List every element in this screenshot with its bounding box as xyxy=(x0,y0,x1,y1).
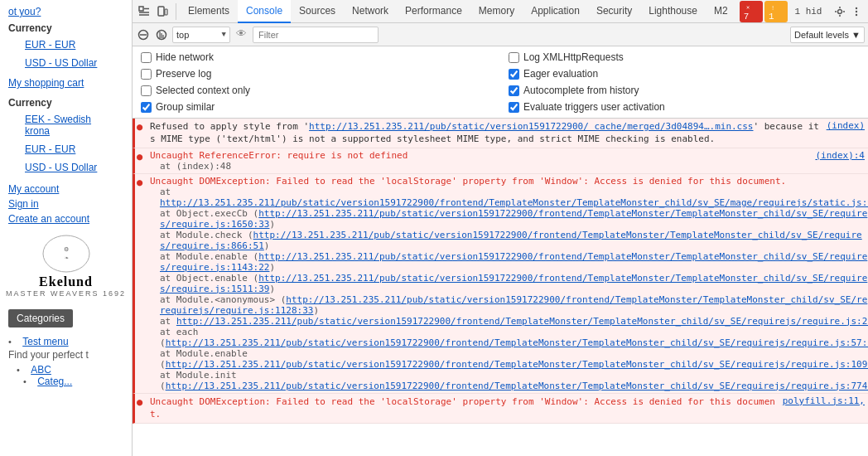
preserve-log-option[interactable]: Preserve log xyxy=(141,68,492,80)
stack-link-2[interactable]: http://13.251.235.211/pub/static/version… xyxy=(160,208,867,230)
create-account-link[interactable]: Create an account xyxy=(0,211,132,226)
svg-point-13 xyxy=(838,9,842,13)
levels-selector[interactable]: Default levels ▼ xyxy=(790,27,865,43)
log-xml-checkbox[interactable] xyxy=(509,52,519,63)
console-output: ● Refused to apply style from 'http://13… xyxy=(133,119,868,456)
entry-content-2: Uncaught ReferenceError: require is not … xyxy=(150,150,810,172)
stack-link-4[interactable]: http://13.251.235.211/pub/static/version… xyxy=(160,251,867,273)
eager-eval-option[interactable]: Eager evaluation xyxy=(509,68,860,80)
evaluate-triggers-option[interactable]: Evaluate triggers user activation xyxy=(509,101,860,113)
entry-stack-line-1: at http://13.251.235.211/pub/static/vers… xyxy=(150,187,868,208)
stack-link-6[interactable]: http://13.251.235.211/pub/static/version… xyxy=(160,294,867,316)
svg-rect-3 xyxy=(139,7,143,11)
tab-bar-icons xyxy=(136,3,176,20)
entry-stack-line-6: at Module.<anonymous> (http://13.251.235… xyxy=(150,294,868,316)
tab-sources[interactable]: Sources xyxy=(291,0,344,23)
console-entry-3: ● Uncaught DOMException: Failed to read … xyxy=(133,174,868,394)
stack-link-7[interactable]: http://13.251.235.211/pub/static/version… xyxy=(176,316,868,327)
context-value: top xyxy=(176,30,220,40)
filter-input[interactable] xyxy=(253,27,379,43)
clear-console-icon[interactable] xyxy=(136,27,151,42)
group-similar-option[interactable]: Group similar xyxy=(141,101,492,113)
eur-link3[interactable]: EUR - EUR xyxy=(17,142,123,157)
tab-network[interactable]: Network xyxy=(344,0,397,23)
log-xml-option[interactable]: Log XMLHttpRequests xyxy=(509,51,860,63)
filter-icon[interactable] xyxy=(154,27,169,42)
entry-text-1: Refused to apply style from 'http://13.2… xyxy=(150,120,822,146)
hide-network-label: Hide network xyxy=(156,51,214,63)
entry-stack-line-10: at Module.init (http://13.251.235.211/pu… xyxy=(150,370,868,391)
group-similar-checkbox[interactable] xyxy=(141,102,152,113)
entry-source-4[interactable]: polyfill.js:11, xyxy=(778,395,865,406)
entry-source-1[interactable]: (index) xyxy=(822,120,865,131)
more-tabs-icon[interactable] xyxy=(848,3,865,20)
error-icon-4: ● xyxy=(137,395,148,408)
console-settings: Hide network Preserve log Selected conte… xyxy=(133,46,868,119)
sign-in-link[interactable]: Sign in xyxy=(0,196,132,211)
stack-link-5[interactable]: http://13.251.235.211/pub/static/version… xyxy=(160,273,867,294)
tab-memory[interactable]: Memory xyxy=(470,0,523,23)
tab-security[interactable]: Security xyxy=(588,0,640,23)
tab-performance[interactable]: Performance xyxy=(397,0,470,23)
currency-heading-top: Currency xyxy=(0,19,132,36)
console-entry-1: ● Refused to apply style from 'http://13… xyxy=(133,119,868,148)
logo-text: Ekelund xyxy=(0,274,132,289)
eye-icon[interactable]: 👁 xyxy=(234,28,249,41)
warn-badge: !1 xyxy=(764,1,788,22)
entry-main-text-3: Uncaught DOMException: Failed to read th… xyxy=(150,176,868,187)
entry-stack-2: at (index):48 xyxy=(150,161,810,172)
group-similar-label: Group similar xyxy=(156,101,215,113)
eager-eval-checkbox[interactable] xyxy=(509,69,519,80)
svg-point-0 xyxy=(43,235,89,272)
svg-point-20 xyxy=(856,13,857,15)
my-account-link[interactable]: My account xyxy=(0,182,132,196)
test-menu-link[interactable]: Test menu xyxy=(14,334,76,349)
preserve-log-checkbox[interactable] xyxy=(141,69,152,80)
stack-link-9[interactable]: http://13.251.235.211/pub/static/version… xyxy=(166,359,868,370)
selected-context-label: Selected context only xyxy=(156,85,250,96)
usd-link2[interactable]: USD - US Dollar xyxy=(17,160,123,175)
entry-main-text-2: Uncaught ReferenceError: require is not … xyxy=(150,150,810,161)
evaluate-triggers-label: Evaluate triggers user activation xyxy=(523,101,665,113)
hide-network-option[interactable]: Hide network xyxy=(141,51,492,63)
ekelund-logo-img: ⚙ ❧ xyxy=(41,233,91,274)
evaluate-triggers-checkbox[interactable] xyxy=(509,102,519,113)
settings-icon[interactable] xyxy=(832,3,848,20)
devtools-tab-bar: Elements Console Sources Network Perform… xyxy=(133,0,868,23)
find-text: Find your perfect t xyxy=(0,347,132,362)
entry-stack-line-9: at Module.enable (http://13.251.235.211/… xyxy=(150,348,868,370)
autocomplete-checkbox[interactable] xyxy=(509,85,519,96)
console-entry-4: ● Uncaught DOMException: Failed to read … xyxy=(133,394,868,424)
css-url-link[interactable]: http://13.251.235.211/pub/static/version… xyxy=(309,121,753,132)
selected-context-option[interactable]: Selected context only xyxy=(141,85,492,96)
tab-elements[interactable]: Elements xyxy=(180,0,238,23)
inspect-icon[interactable] xyxy=(136,3,152,20)
hide-network-checkbox[interactable] xyxy=(141,52,152,63)
stack-link-8[interactable]: http://13.251.235.211/pub/static/version… xyxy=(166,337,868,348)
svg-text:✕: ✕ xyxy=(746,4,750,11)
not-you-text: ot you? xyxy=(0,4,132,19)
autocomplete-option[interactable]: Autocomplete from history xyxy=(509,85,860,96)
stack-link-1[interactable]: http://13.251.235.211/pub/static/version… xyxy=(160,197,868,208)
tab-console[interactable]: Console xyxy=(238,0,291,23)
categ-link[interactable]: Categ... xyxy=(29,374,80,389)
context-selector[interactable]: top ▼ xyxy=(172,27,230,43)
stack-link-3[interactable]: http://13.251.235.211/pub/static/version… xyxy=(160,230,862,251)
categories-button[interactable]: Categories xyxy=(8,309,73,327)
error-icon-2: ● xyxy=(137,150,148,163)
svg-rect-7 xyxy=(158,7,164,16)
stack-link-10[interactable]: http://13.251.235.211/pub/static/version… xyxy=(166,381,868,391)
eur-link-top[interactable]: EUR - EUR xyxy=(17,37,123,52)
tab-application[interactable]: Application xyxy=(523,0,588,23)
error-icon-3: ● xyxy=(137,176,148,188)
device-toolbar-icon[interactable] xyxy=(154,3,171,20)
selected-context-checkbox[interactable] xyxy=(141,85,152,96)
tab-lighthouse[interactable]: Lighthouse xyxy=(640,0,706,23)
usd-link-top[interactable]: USD - US Dollar xyxy=(17,56,123,70)
eur-link2[interactable]: EEK - Swedish krona xyxy=(17,112,123,138)
entry-source-2[interactable]: (index):4 xyxy=(810,150,865,161)
tab-m2[interactable]: M2 xyxy=(706,0,736,23)
svg-text:❧: ❧ xyxy=(64,255,68,260)
cart-link[interactable]: My shopping cart xyxy=(0,75,132,90)
entry-stack-line-4: at Module.enable (http://13.251.235.211/… xyxy=(150,251,868,273)
